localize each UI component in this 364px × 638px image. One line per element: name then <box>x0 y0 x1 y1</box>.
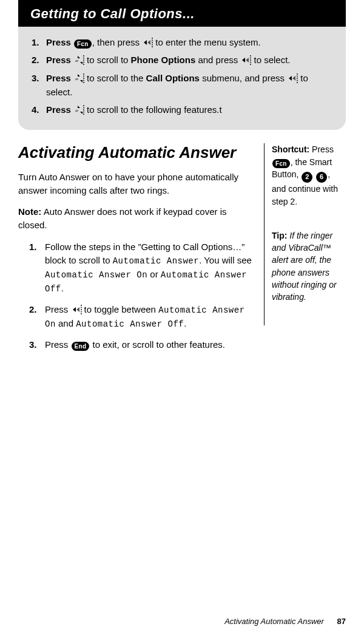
select-icon <box>72 305 84 314</box>
step-1: 1. Follow the steps in the ”Getting to C… <box>29 240 253 296</box>
end-key-icon: End <box>72 342 90 351</box>
page-footer: Activating Automatic Answer 87 <box>224 617 346 626</box>
select-icon <box>288 73 300 83</box>
scroll-icon <box>74 105 86 115</box>
step-2: 2. Press to toggle between Automatic Ans… <box>29 303 253 331</box>
section-heading: Activating Automatic Answer <box>18 143 253 162</box>
page-number: 87 <box>337 617 346 626</box>
select-icon <box>241 55 253 65</box>
getting-to-box: Getting to Call Options... 1. Press Fcn,… <box>18 0 346 130</box>
fcn-key-icon: Fcn <box>74 39 92 49</box>
digit-2-icon: 2 <box>302 172 312 183</box>
shortcut-block: Shortcut: Press Fcn, the Smart Button, 2… <box>272 143 346 208</box>
scroll-icon <box>74 73 86 83</box>
scroll-icon <box>74 55 86 65</box>
digit-6-icon: 6 <box>316 172 327 183</box>
getting-step-3: 3. Press to scroll to the Call Options s… <box>32 71 332 100</box>
select-icon <box>143 38 155 47</box>
footer-section: Activating Automatic Answer <box>224 617 324 626</box>
step-3: 3. Press End to exit, or scroll to other… <box>29 338 253 352</box>
note-paragraph: Note: Auto Answer does not work if keypa… <box>18 205 253 232</box>
tip-block: Tip: If the ringer and VibraCall™ alert … <box>272 229 346 304</box>
getting-step-2: 2. Press to scroll to Phone Options and … <box>32 53 332 67</box>
fcn-key-icon: Fcn <box>272 159 290 168</box>
box-title: Getting to Call Options... <box>18 0 346 27</box>
getting-step-1: 1. Press Fcn, then press to enter the me… <box>32 35 332 49</box>
getting-step-4: 4. Press to scroll to the following feat… <box>32 103 332 117</box>
intro-paragraph: Turn Auto Answer on to have your phone a… <box>18 171 253 197</box>
